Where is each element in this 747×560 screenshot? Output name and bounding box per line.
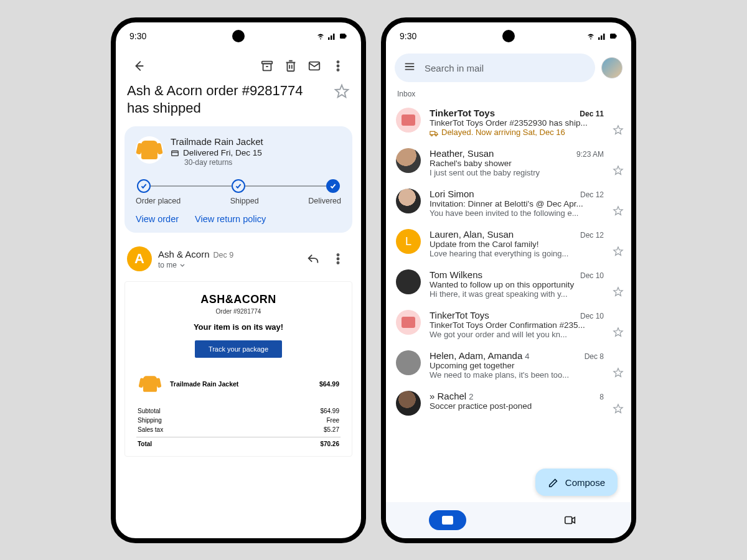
step-label: Shipped [230, 197, 259, 205]
shipping-card: Trailmade Rain Jacket Delivered Fri, Dec… [125, 126, 352, 233]
summary-value: $64.99 [320, 408, 339, 414]
summary-label: Sales tax [138, 426, 163, 433]
star-toggle[interactable] [613, 367, 624, 378]
mail-preview: Hi there, it was great speaking with y..… [430, 289, 604, 299]
mail-preview: Love hearing that everything is going... [430, 249, 604, 258]
mail-item[interactable]: Tom WilkensDec 10Wanted to follow up on … [396, 264, 624, 304]
star-toggle[interactable] [613, 403, 624, 414]
mail-preview: You have been invited to the following e… [430, 208, 604, 218]
camera-cutout [502, 30, 515, 42]
order-number: Order #9281774 [136, 308, 341, 315]
view-return-link[interactable]: View return policy [195, 214, 266, 224]
track-package-button[interactable]: Track your package [195, 340, 282, 358]
summary-value: $5.27 [324, 426, 339, 433]
mail-subject: Invitation: Dinner at Belotti's @ Dec Ap… [430, 199, 604, 208]
star-toggle[interactable] [613, 286, 624, 297]
order-summary: Subtotal$64.99 ShippingFree Sales tax$5.… [136, 406, 341, 449]
mail-date: Dec 8 [585, 352, 604, 361]
product-thumb [136, 136, 163, 164]
mail-item[interactable]: Heather, Susan9:23 AMRachel's baby showe… [396, 142, 624, 183]
mail-preview: I just sent out the baby registry [430, 168, 604, 177]
mail-item[interactable]: » Rachel28Soccer practice post-poned [396, 385, 624, 421]
menu-icon[interactable] [403, 60, 416, 75]
mail-item[interactable]: TinkerTot ToysDec 10TinkerTot Toys Order… [396, 304, 624, 345]
step-label: Order placed [136, 197, 181, 205]
mail-subject: Soccer practice post-poned [430, 401, 604, 411]
mail-preview: We need to make plans, it's been too... [430, 370, 604, 380]
message-more-button[interactable] [326, 247, 350, 271]
mail-item[interactable]: TinkerTot ToysDec 11TinkerTot Toys Order… [396, 102, 624, 142]
mail-item[interactable]: Lori SimonDec 12Invitation: Dinner at Be… [396, 183, 624, 223]
mail-from: Helen, Adam, Amanda4 [430, 350, 580, 361]
search-placeholder: Search in mail [425, 63, 484, 73]
mail-from: Lauren, Alan, Susan [430, 229, 575, 240]
mail-date: Dec 10 [580, 312, 604, 320]
pencil-icon [548, 477, 559, 488]
email-subject: Ash & Acorn order #9281774 has shipped [127, 82, 327, 116]
mail-item[interactable]: Helen, Adam, Amanda4Dec 8Upcoming get to… [396, 345, 624, 385]
package-icon [171, 149, 179, 157]
summary-label: Subtotal [138, 408, 161, 414]
account-avatar[interactable] [601, 57, 622, 78]
mail-subject: Wanted to follow up on this opportunity [430, 280, 604, 289]
mail-from: Tom Wilkens [430, 269, 575, 280]
product-name: Trailmade Rain Jacket [171, 136, 341, 147]
mail-subject: Upcoming get together [430, 361, 604, 370]
line-item-price: $64.99 [319, 380, 339, 388]
phone-inbox: 9:30 Search in mail Inbox TinkerTot Toys… [381, 17, 636, 543]
star-toggle[interactable] [613, 246, 624, 257]
mail-avatar [396, 350, 421, 375]
mail-avatar [396, 108, 421, 133]
star-toggle[interactable] [613, 205, 624, 217]
mail-subject: Rachel's baby shower [430, 159, 604, 168]
camera-cutout [232, 30, 245, 42]
chevron-down-icon[interactable] [179, 261, 186, 269]
phone-email-detail: 9:30 Ash & Acorn order #9281774 has ship… [111, 17, 366, 543]
mail-avatar [396, 310, 421, 335]
mail-date: Dec 11 [580, 110, 604, 118]
total-value: $70.26 [320, 441, 339, 447]
mail-preview: We got your order and will let you kn... [430, 330, 604, 339]
more-button[interactable] [326, 54, 350, 78]
nav-mail[interactable] [429, 510, 466, 530]
archive-button[interactable] [255, 54, 279, 78]
star-toggle[interactable] [613, 165, 624, 176]
mark-unread-button[interactable] [303, 54, 326, 78]
view-order-link[interactable]: View order [136, 214, 179, 224]
mail-date: 8 [599, 393, 604, 401]
line-item-thumb [138, 371, 162, 396]
compose-button[interactable]: Compose [535, 469, 618, 496]
mail-date: Dec 12 [580, 231, 604, 240]
status-icons [316, 32, 347, 40]
summary-label: Shipping [138, 417, 162, 424]
back-button[interactable] [127, 54, 151, 78]
reply-button[interactable] [301, 247, 325, 271]
sender-name: Ash & Acorn [158, 249, 210, 259]
mail-icon [441, 513, 454, 527]
section-label: Inbox [386, 82, 631, 102]
total-label: Total [138, 441, 152, 447]
mail-status: Delayed. Now arriving Sat, Dec 16 [430, 128, 604, 137]
sender-row[interactable]: A Ash & AcornDec 9 to me [116, 236, 361, 275]
mail-from: Heather, Susan [430, 148, 571, 159]
mail-avatar [396, 189, 421, 213]
nav-meet[interactable] [552, 510, 589, 530]
delete-button[interactable] [279, 54, 303, 78]
star-toggle[interactable] [613, 124, 624, 136]
status-icons [586, 32, 618, 40]
star-toggle[interactable] [334, 83, 350, 100]
mail-date: Dec 10 [580, 271, 604, 280]
status-time: 9:30 [129, 31, 146, 41]
mail-from: TinkerTot Toys [430, 108, 575, 118]
mail-from: » Rachel2 [430, 391, 594, 401]
step-label: Delivered [308, 197, 341, 205]
search-bar[interactable]: Search in mail [395, 54, 595, 82]
star-toggle[interactable] [613, 327, 624, 338]
mail-subject: Update from the Carol family! [430, 240, 604, 249]
mail-avatar [396, 269, 421, 294]
mail-item[interactable]: LLauren, Alan, SusanDec 12Update from th… [396, 223, 624, 264]
compose-label: Compose [565, 477, 605, 488]
brand-logo: ASH&ACORN [136, 293, 341, 306]
mail-subject: TinkerTot Toys Order #2352930 has ship..… [430, 118, 604, 128]
mail-from: TinkerTot Toys [430, 310, 575, 320]
